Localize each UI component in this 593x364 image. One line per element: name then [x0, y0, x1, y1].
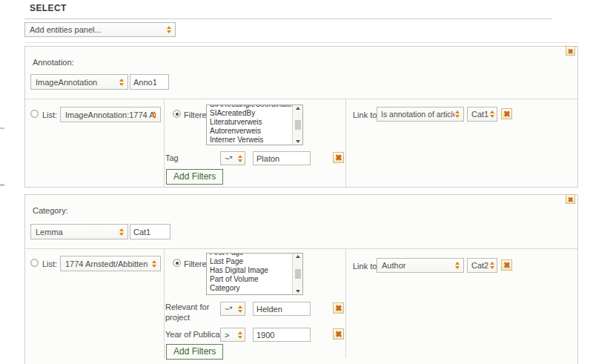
filter-operator-select[interactable]: ~* [220, 151, 245, 165]
filter-operator-value: ~* [225, 305, 237, 314]
panel-inner-divider [25, 99, 577, 99]
add-entities-select[interactable]: Add entities panel... [24, 22, 176, 37]
listbox-item[interactable]: Category [207, 284, 292, 293]
scroll-down-icon[interactable] [296, 290, 300, 293]
link-target-select[interactable]: Cat1 [467, 107, 497, 122]
column-divider [345, 99, 346, 187]
left-edge-mark [0, 128, 4, 129]
filter-operator-value: ~* [225, 154, 237, 163]
remove-filter-icon[interactable]: ✖ [333, 328, 344, 340]
listbox-item[interactable]: Has Digital Image [207, 266, 292, 275]
column-divider [164, 99, 165, 187]
link-target-value: Cat2 [471, 261, 489, 270]
heading-divider [24, 19, 552, 19]
listbox-item[interactable]: Last Page [207, 257, 292, 266]
link-target-select[interactable]: Cat2 [467, 258, 497, 273]
list-value: 1774 Arnstedt/Abbitten [65, 259, 151, 268]
remove-link-icon[interactable]: ✖ [501, 259, 512, 271]
link-property-select[interactable]: Is annotation of article [377, 107, 464, 122]
left-edge-mark [0, 184, 4, 186]
entity-type-select[interactable]: Lemma [30, 224, 128, 239]
filter-label: Tag [165, 153, 179, 162]
column-divider [345, 249, 346, 358]
annotation-panel: ✖ Annotation: ImageAnnotation List: Imag… [24, 46, 578, 188]
filter-operator-value: > [225, 331, 237, 340]
filter-operator-select[interactable]: > [220, 328, 245, 342]
list-label: List: [42, 259, 57, 268]
filter-value-input[interactable] [253, 328, 311, 342]
listbox-scrollbar[interactable] [292, 254, 302, 294]
updown-arrow-icon [152, 111, 156, 119]
properties-listbox[interactable]: SIARectangleCoordinates SIAcreatedBy Lit… [206, 105, 303, 145]
entity-type-value: ImageAnnotation [36, 78, 119, 87]
updown-arrow-icon [490, 110, 494, 118]
scroll-up-icon[interactable] [296, 107, 300, 110]
updown-arrow-icon [238, 155, 242, 162]
listbox-scrollbar[interactable] [292, 105, 302, 145]
remove-filter-icon[interactable]: ✖ [333, 302, 344, 314]
remove-link-icon[interactable]: ✖ [501, 108, 512, 119]
section-divider [24, 42, 578, 43]
query-builder-screen: SELECT Add entities panel... ✖ Annotatio… [0, 0, 593, 364]
list-radio[interactable] [30, 110, 39, 118]
filtered-radio[interactable] [173, 259, 181, 267]
list-label: List: [42, 110, 57, 119]
updown-arrow-icon [119, 79, 124, 86]
listbox-item[interactable]: Literaturverweis [207, 118, 292, 127]
link-property-value: Is annotation of article [381, 110, 454, 119]
listbox-item[interactable]: Autorenverweis [207, 127, 292, 136]
column-divider [164, 249, 165, 358]
filter-value-input[interactable] [253, 302, 311, 316]
entity-name-input[interactable] [130, 74, 169, 90]
list-value: ImageAnnotation:1774 Amst [65, 110, 156, 119]
listbox-item[interactable]: SIAcreatedBy [207, 109, 292, 118]
list-value-select[interactable]: 1774 Arnstedt/Abbitten [60, 256, 161, 271]
scrollbar-thumb[interactable] [295, 269, 301, 279]
link-to-label: Link to: [353, 262, 379, 271]
filter-label: Relevant for project [165, 302, 219, 322]
link-to-label: Link to: [353, 110, 379, 119]
scrollbar-thumb[interactable] [295, 120, 301, 130]
remove-filter-icon[interactable]: ✖ [333, 152, 344, 163]
add-entities-select-value: Add entities panel... [30, 25, 166, 34]
updown-arrow-icon [238, 305, 242, 313]
panel-title: Annotation: [33, 58, 74, 67]
list-value-select[interactable]: ImageAnnotation:1774 Amst [60, 107, 161, 122]
updown-arrow-icon [455, 110, 460, 118]
filter-value-input[interactable] [253, 151, 311, 165]
updown-arrow-icon [167, 26, 171, 33]
updown-arrow-icon [490, 262, 494, 269]
filtered-radio[interactable] [173, 110, 181, 118]
link-target-value: Cat1 [471, 110, 489, 119]
updown-arrow-icon [119, 228, 124, 236]
select-heading: SELECT [30, 3, 67, 13]
properties-listbox[interactable]: First Page Last Page Has Digital Image P… [206, 253, 303, 295]
filter-operator-select[interactable]: ~* [220, 302, 245, 316]
scroll-up-icon[interactable] [296, 255, 300, 258]
add-filters-button[interactable]: Add Filters [166, 344, 223, 360]
remove-panel-icon[interactable]: ✖ [566, 194, 575, 204]
list-radio[interactable] [30, 259, 39, 267]
remove-panel-icon[interactable]: ✖ [566, 46, 575, 56]
updown-arrow-icon [455, 262, 460, 269]
link-property-value: Author [382, 261, 454, 270]
panel-inner-divider [25, 248, 577, 249]
scroll-down-icon[interactable] [296, 140, 300, 143]
updown-arrow-icon [238, 331, 242, 339]
listbox-item[interactable]: Part of Volume [207, 275, 292, 284]
entity-type-value: Lemma [36, 228, 119, 236]
entity-name-input[interactable] [130, 224, 170, 239]
entity-type-select[interactable]: ImageAnnotation [30, 74, 128, 90]
updown-arrow-icon [152, 260, 156, 268]
add-filters-button[interactable]: Add Filters [166, 169, 223, 185]
listbox-item[interactable]: Interner Verweis [207, 136, 292, 145]
panel-title: Category: [33, 206, 68, 215]
category-panel: ✖ Category: Lemma List: 1774 Arnstedt/Ab… [24, 194, 578, 364]
link-property-select[interactable]: Author [377, 258, 464, 273]
